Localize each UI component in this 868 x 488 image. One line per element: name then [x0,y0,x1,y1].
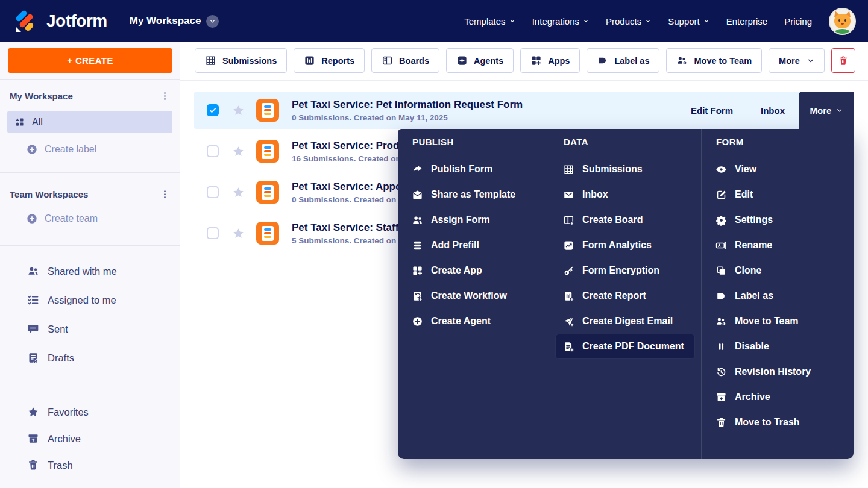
brand[interactable]: Jotform [14,9,107,33]
sidebar-item-drafts[interactable]: Drafts [0,343,180,372]
nav-enterprise[interactable]: Enterprise [726,16,767,27]
nav-templates[interactable]: Templates [464,16,515,27]
row-more-button[interactable]: More [799,92,854,129]
menu-item-settings[interactable]: Settings [708,207,848,233]
row-checkbox[interactable] [207,227,219,239]
history-clock-icon [715,366,727,378]
menu-item-submissions[interactable]: Submissions [555,157,695,182]
menu-item-form-encryption[interactable]: Form Encryption [555,258,695,283]
menu-item-move-to-team[interactable]: Move to Team [708,308,848,334]
menu-item-move-to-trash[interactable]: Move to Trash [708,410,848,435]
nav-pricing[interactable]: Pricing [784,16,812,27]
plus-circle-icon [26,213,38,225]
move-to-team-button[interactable]: Move to Team [666,48,762,73]
create-button[interactable]: + CREATE [8,48,172,73]
inbox-button[interactable]: Inbox [761,105,785,116]
form-title[interactable]: Pet Taxi Service: Produ [292,140,406,152]
menu-item-create-pdf-document[interactable]: Create PDF Document [555,334,695,359]
menu-item-create-agent[interactable]: Create Agent [404,308,542,334]
menu-item-add-prefill[interactable]: Add Prefill [404,233,542,258]
reports-button[interactable]: Reports [294,48,365,73]
chevron-down-icon [583,18,589,24]
row-checkbox[interactable] [207,186,219,198]
pdf-document-plus-icon [563,341,574,352]
move-to-team-icon [715,316,727,327]
favorite-star-icon[interactable] [232,104,245,117]
form-title[interactable]: Pet Taxi Service: Pet Information Reques… [292,99,523,111]
form-title[interactable]: Pet Taxi Service: Staff [292,222,403,234]
menu-item-publish-form[interactable]: Publish Form [404,157,542,182]
label-as-button[interactable]: Label as [587,48,659,73]
menu-item-form-analytics[interactable]: Form Analytics [555,233,695,258]
row-checkbox[interactable] [207,145,219,157]
sidebar-item-trash[interactable]: Trash [0,452,180,478]
chevron-down-icon [703,18,709,24]
favorite-star-icon[interactable] [232,145,245,158]
apps-icon [530,55,542,66]
kebab-menu-icon[interactable] [160,91,170,101]
submissions-grid-icon [563,164,574,175]
menu-item-assign-form[interactable]: Assign Form [404,207,542,233]
submissions-button[interactable]: Submissions [195,48,287,73]
menu-item-disable[interactable]: Disable [708,334,848,359]
apps-button[interactable]: Apps [520,48,580,73]
boards-icon [382,55,393,66]
menu-item-create-board[interactable]: Create Board [555,207,695,233]
menu-item-create-app[interactable]: Create App [404,258,542,283]
key-icon [563,265,574,277]
menu-column-form: FORM View Edit Settings Rename Clone Lab… [701,129,854,459]
workspace-switcher[interactable]: My Workspace [130,15,219,28]
form-row[interactable]: Pet Taxi Service: Pet Information Reques… [194,92,854,129]
reports-icon [304,55,315,66]
nav-integrations[interactable]: Integrations [532,16,589,27]
menu-item-revision-history[interactable]: Revision History [708,359,848,384]
kebab-menu-icon[interactable] [160,189,170,199]
row-checkbox-checked[interactable] [207,104,219,116]
sidebar-item-shared-with-me[interactable]: Shared with me [0,257,180,286]
favorite-star-icon[interactable] [232,227,245,240]
form-meta: 0 Submissions. Created on May 11, 2025 [292,113,523,122]
menu-item-edit[interactable]: Edit [708,182,848,207]
agents-button[interactable]: Agents [446,48,514,73]
favorite-star-icon[interactable] [232,186,245,199]
sidebar-item-all[interactable]: All [7,111,172,133]
draft-document-icon [27,352,39,364]
boards-button[interactable]: Boards [371,48,439,73]
sidebar-item-favorites[interactable]: Favorites [0,399,180,425]
menu-item-inbox[interactable]: Inbox [555,182,695,207]
chevron-down-icon [509,18,515,24]
sidebar-divider [0,381,180,381]
sidebar-item-assigned-to-me[interactable]: Assigned to me [0,286,180,314]
workspace-chevron-down-icon[interactable] [206,15,219,28]
agent-sparkle-icon [456,55,468,66]
menu-item-rename[interactable]: Rename [708,233,848,258]
menu-item-clone[interactable]: Clone [708,258,848,283]
nav-products[interactable]: Products [606,16,651,27]
sidebar-item-archive[interactable]: Archive [0,425,180,452]
edit-pencil-icon [715,189,727,201]
menu-item-archive[interactable]: Archive [708,384,848,410]
create-label-button[interactable]: Create label [0,141,180,158]
toolbar-more-button[interactable]: More [769,48,825,73]
gear-icon [715,214,727,226]
chevron-down-icon [836,107,843,114]
edit-form-button[interactable]: Edit Form [691,105,733,116]
checklist-icon [27,294,39,306]
delete-selected-button[interactable] [831,48,855,73]
sidebar-divider [0,79,180,80]
menu-item-share-as-template[interactable]: Share as Template [404,182,542,207]
menu-item-view[interactable]: View [708,157,848,182]
menu-item-create-workflow[interactable]: Create Workflow [404,283,542,308]
user-avatar[interactable] [829,8,856,35]
menu-item-create-report[interactable]: Create Report [555,283,695,308]
sidebar-item-sent[interactable]: Sent [0,314,180,343]
workspace-title: My Workspace [130,15,201,27]
rename-icon [715,240,727,251]
star-icon [27,406,39,418]
menu-item-create-digest-email[interactable]: Create Digest Email [555,308,695,334]
create-team-button[interactable]: Create team [0,210,180,227]
nav-support[interactable]: Support [668,16,709,27]
menu-item-label-as[interactable]: Label as [708,283,848,308]
all-forms-icon [14,117,25,127]
form-title[interactable]: Pet Taxi Service: Appo [292,181,403,193]
